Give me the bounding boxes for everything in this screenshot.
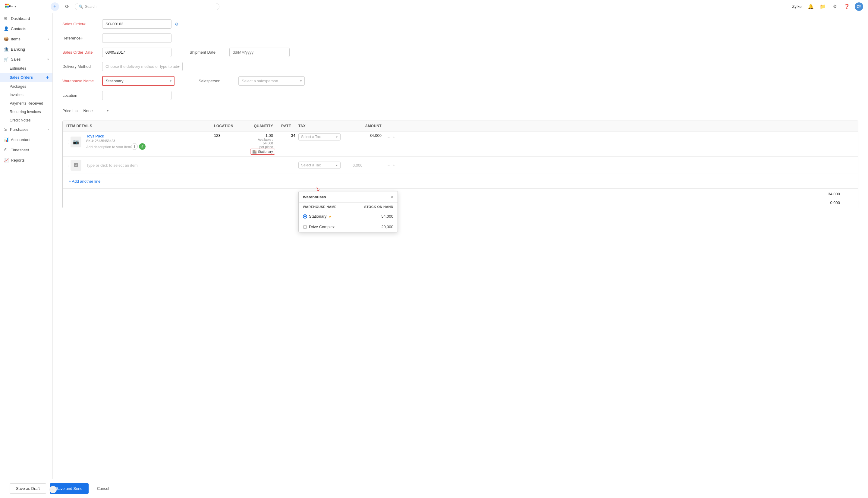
remove-row-icon[interactable]: – <box>386 134 391 141</box>
reference-row: Reference# <box>62 34 858 43</box>
warehouse-radio-drive-complex <box>303 225 307 229</box>
th-quantity: Quantity <box>246 121 277 131</box>
banking-icon: 🏦 <box>4 47 9 52</box>
items-icon: 📦 <box>4 37 9 41</box>
save-draft-button[interactable]: Save as Draft <box>10 483 46 494</box>
sidebar-item-timesheet[interactable]: ⏱ Timesheet <box>0 145 52 155</box>
delivery-method-select[interactable]: Choose the delivery method or type to ad… <box>102 62 183 71</box>
warehouse-radio-stationary <box>303 214 307 219</box>
warehouse-dropdown-header: Warehouses × <box>299 192 398 202</box>
empty-remove-icon[interactable]: – <box>386 162 391 169</box>
salesperson-select-wrapper: Select a salesperson <box>238 76 305 86</box>
files-button[interactable]: 📁 <box>818 2 827 11</box>
sidebar-item-purchases[interactable]: 🛍 Purchases › <box>0 124 52 134</box>
tax-select[interactable]: Select a Tax <box>298 133 340 141</box>
empty-item-details: ⋮⋮ 🖼 Type or click to select an item. <box>63 157 210 174</box>
location-label: Location <box>62 93 98 98</box>
sidebar-item-sales[interactable]: 🛒 Sales ▾ <box>0 54 52 64</box>
warehouse-dropdown-close-button[interactable]: × <box>391 194 393 199</box>
empty-row-grid: ⋮⋮ 🖼 Type or click to select an item. Se… <box>63 157 858 174</box>
shipment-date-input[interactable] <box>229 48 290 57</box>
item-rate-cell <box>277 131 295 140</box>
gear-icon[interactable]: ⚙ <box>175 22 179 27</box>
empty-add-icon[interactable]: + <box>391 162 396 169</box>
add-row-icon[interactable]: + <box>391 134 396 141</box>
reference-input[interactable] <box>102 34 172 43</box>
empty-tax-select[interactable]: Select a Tax <box>298 161 340 169</box>
salesperson-select[interactable]: Select a salesperson <box>238 76 305 86</box>
tax-select-wrapper: Select a Tax <box>298 133 340 141</box>
settings-button[interactable]: ⚙ <box>831 2 839 11</box>
table-header: Item Details Location Quantity Rate Tax … <box>63 121 858 131</box>
item-location-input[interactable] <box>214 133 238 138</box>
history-button[interactable]: ⟳ <box>63 2 71 11</box>
sales-order-input-wrapper: ⚙ <box>102 19 172 29</box>
sidebar-subitem-payments-received[interactable]: Payments Received <box>0 99 52 108</box>
sales-icon: 🛒 <box>4 57 9 62</box>
empty-amount: 0.000 <box>349 160 385 171</box>
item-info-icon[interactable]: ℹ <box>131 143 138 150</box>
sidebar-item-dashboard[interactable]: ⊞ Dashboard <box>0 13 52 24</box>
top-nav: Books ▾ + ⟳ 🔍 Search Zylker 🔔 📁 ⚙ ❓ ZY <box>0 0 868 13</box>
sales-order-date-label: Sales Order Date <box>62 50 98 55</box>
th-tax: Tax <box>295 121 349 131</box>
app-logo[interactable]: Books ▾ <box>5 4 47 10</box>
sidebar-item-contacts[interactable]: 👤 Contacts <box>0 24 52 34</box>
empty-tax: Select a Tax <box>295 159 349 172</box>
sidebar-subitem-credit-notes[interactable]: Credit Notes <box>0 116 52 124</box>
user-name[interactable]: Zylker <box>792 4 803 9</box>
notifications-button[interactable]: 🔔 <box>806 2 815 11</box>
cancel-button[interactable]: Cancel <box>92 483 114 494</box>
warehouse-badge[interactable]: 🏬 Stationary <box>250 149 275 155</box>
sidebar-item-label: Reports <box>11 158 25 162</box>
sales-order-date-input[interactable] <box>102 48 172 57</box>
warehouse-stock-stationary: 54,000 <box>357 214 393 219</box>
sidebar-item-items[interactable]: 📦 Items › <box>0 34 52 44</box>
items-table: Item Details Location Quantity Rate Tax … <box>62 121 858 208</box>
sidebar-item-reports[interactable]: 📈 Reports <box>0 155 52 165</box>
sidebar-subitem-packages[interactable]: Packages <box>0 82 52 91</box>
item-amount-cell: 34.000 <box>349 131 385 140</box>
total-value-2: 0.000 <box>830 200 840 205</box>
warehouse-option-name-stationary: Stationary ★ <box>303 214 357 219</box>
sidebar-subitem-estimates[interactable]: Estimates <box>0 64 52 73</box>
wh-col-name: WAREHOUSE NAME <box>303 205 357 209</box>
sidebar-item-accountant[interactable]: 📊 Accountant <box>0 134 52 145</box>
warehouse-option-drive-complex[interactable]: Drive Complex 20,000 <box>299 222 398 232</box>
sidebar-item-label: Sales <box>11 57 21 62</box>
sidebar-subitem-recurring-invoices[interactable]: Recurring Invoices <box>0 108 52 116</box>
location-input[interactable] <box>102 91 172 100</box>
salesperson-label: Salesperson <box>199 79 235 83</box>
avatar[interactable]: ZY <box>855 2 863 11</box>
sales-order-input[interactable] <box>102 19 172 29</box>
logo-caret: ▾ <box>14 5 16 8</box>
item-refresh-icon[interactable]: ↺ <box>139 143 146 150</box>
help-button[interactable]: ❓ <box>843 2 851 11</box>
add-button[interactable]: + <box>51 2 59 11</box>
sidebar-item-banking[interactable]: 🏦 Banking <box>0 44 52 54</box>
empty-item-placeholder[interactable]: Type or click to select an item. <box>86 163 139 168</box>
item-name[interactable]: Toys Pack <box>86 134 146 139</box>
price-list-select[interactable]: None <box>81 107 111 114</box>
empty-row-actions: – + <box>385 159 397 171</box>
sidebar-subitem-invoices[interactable]: Invoices <box>0 91 52 99</box>
price-list-label: Price List <box>62 108 78 113</box>
drag-handle[interactable]: ⋮⋮ <box>66 140 68 144</box>
layout: ⊞ Dashboard 👤 Contacts 📦 Items › 🏦 Banki… <box>0 13 868 479</box>
sidebar-subitem-sales-orders[interactable]: Sales Orders + <box>0 73 52 82</box>
th-item-details: Item Details <box>63 121 210 131</box>
sidebar-item-label: Accountant <box>11 137 30 142</box>
search-bar[interactable]: 🔍 Search <box>75 3 219 10</box>
warehouse-name-label: Warehouse Name <box>62 79 98 83</box>
warehouse-option-stationary[interactable]: Stationary ★ 54,000 <box>299 211 398 222</box>
add-line-row: + Add another line <box>63 174 858 188</box>
purchases-icon: 🛍 <box>4 127 8 132</box>
warehouse-name-select[interactable]: Stationary <box>102 76 174 86</box>
item-rate-input[interactable] <box>280 133 295 138</box>
add-sales-order-icon[interactable]: + <box>46 75 49 80</box>
item-description[interactable]: Add description to your item <box>86 145 131 149</box>
add-line-button[interactable]: + Add another line <box>65 176 104 187</box>
zoho-logo-svg: Books <box>5 4 13 10</box>
timesheet-icon: ⏱ <box>4 147 9 152</box>
search-icon: 🔍 <box>79 4 83 9</box>
